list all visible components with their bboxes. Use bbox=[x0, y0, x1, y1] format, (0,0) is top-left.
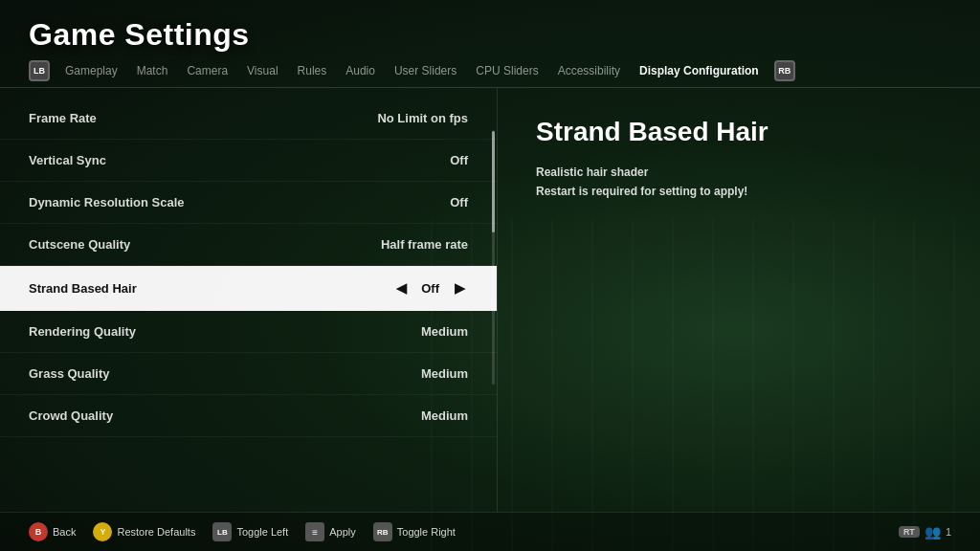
setting-frame-rate[interactable]: Frame Rate No Limit on fps bbox=[0, 98, 497, 140]
rt-box: RT bbox=[899, 526, 920, 538]
restore-defaults-label: Restore Defaults bbox=[117, 526, 195, 538]
setting-label-strand-based-hair: Strand Based Hair bbox=[29, 281, 137, 296]
main-content: Frame Rate No Limit on fps Vertical Sync… bbox=[0, 88, 980, 512]
setting-value-rendering-quality: Medium bbox=[421, 324, 468, 339]
footer-toggle-left[interactable]: LB Toggle Left bbox=[212, 522, 288, 541]
tab-rules[interactable]: Rules bbox=[288, 62, 337, 79]
settings-list: Frame Rate No Limit on fps Vertical Sync… bbox=[0, 88, 498, 512]
setting-grass-quality[interactable]: Grass Quality Medium bbox=[0, 353, 497, 395]
back-label: Back bbox=[53, 526, 76, 538]
setting-label-frame-rate: Frame Rate bbox=[29, 111, 97, 125]
tab-match[interactable]: Match bbox=[127, 62, 178, 79]
tab-camera[interactable]: Camera bbox=[177, 62, 237, 79]
setting-value-frame-rate: No Limit on fps bbox=[377, 111, 468, 125]
toggle-right-label: Toggle Right bbox=[397, 526, 456, 538]
setting-crowd-quality[interactable]: Crowd Quality Medium bbox=[0, 395, 497, 437]
setting-value-vertical-sync: Off bbox=[450, 153, 468, 167]
arrow-left-icon[interactable]: ◀ bbox=[392, 279, 410, 297]
b-button-icon: B bbox=[29, 522, 48, 541]
detail-desc-line1: Realistic hair shader bbox=[536, 163, 942, 182]
player-count: 1 bbox=[946, 526, 951, 538]
tab-gameplay[interactable]: Gameplay bbox=[56, 62, 127, 79]
detail-desc-line2: Restart is required for setting to apply… bbox=[536, 182, 942, 201]
setting-value-crowd-quality: Medium bbox=[421, 408, 468, 423]
setting-value-dynamic-resolution: Off bbox=[450, 195, 468, 209]
rt-indicator: RT 👥 1 bbox=[899, 524, 951, 540]
scroll-indicator bbox=[492, 130, 495, 385]
tab-cpu-sliders[interactable]: CPU Sliders bbox=[466, 62, 547, 79]
footer-toggle-right[interactable]: RB Toggle Right bbox=[373, 522, 456, 541]
setting-value-strand-based-hair: Off bbox=[421, 281, 439, 296]
header: Game Settings bbox=[0, 0, 980, 53]
setting-cutscene-quality[interactable]: Cutscene Quality Half frame rate bbox=[0, 224, 497, 266]
setting-value-cutscene-quality: Half frame rate bbox=[381, 237, 468, 252]
setting-dynamic-resolution[interactable]: Dynamic Resolution Scale Off bbox=[0, 182, 497, 224]
setting-label-crowd-quality: Crowd Quality bbox=[29, 408, 113, 423]
setting-vertical-sync[interactable]: Vertical Sync Off bbox=[0, 140, 497, 182]
footer-restore-defaults[interactable]: Y Restore Defaults bbox=[93, 522, 195, 541]
menu-button-icon: ≡ bbox=[305, 522, 324, 541]
apply-label: Apply bbox=[329, 526, 356, 538]
setting-label-rendering-quality: Rendering Quality bbox=[29, 324, 136, 339]
scroll-thumb bbox=[492, 131, 495, 232]
setting-rendering-quality[interactable]: Rendering Quality Medium bbox=[0, 311, 497, 353]
tab-accessibility[interactable]: Accessibility bbox=[548, 62, 630, 79]
arrow-right-icon[interactable]: ▶ bbox=[451, 279, 468, 297]
footer: B Back Y Restore Defaults LB Toggle Left… bbox=[0, 512, 980, 551]
arrow-control: ◀ Off ▶ bbox=[392, 279, 468, 297]
tab-user-sliders[interactable]: User Sliders bbox=[385, 62, 466, 79]
y-button-icon: Y bbox=[93, 522, 112, 541]
detail-description: Realistic hair shader Restart is require… bbox=[536, 163, 942, 202]
detail-panel: Strand Based Hair Realistic hair shader … bbox=[498, 88, 980, 512]
footer-player-info: RT 👥 1 bbox=[899, 524, 951, 540]
lb-controller-icon[interactable]: LB bbox=[29, 60, 50, 81]
toggle-left-label: Toggle Left bbox=[236, 526, 288, 538]
setting-strand-based-hair[interactable]: Strand Based Hair ◀ Off ▶ bbox=[0, 266, 497, 311]
rb-controller-icon[interactable]: RB bbox=[774, 60, 795, 81]
setting-label-cutscene-quality: Cutscene Quality bbox=[29, 237, 130, 252]
footer-apply[interactable]: ≡ Apply bbox=[305, 522, 356, 541]
tab-bar: LB Gameplay Match Camera Visual Rules Au… bbox=[0, 53, 980, 88]
footer-controls: B Back Y Restore Defaults LB Toggle Left… bbox=[29, 522, 456, 541]
footer-back[interactable]: B Back bbox=[29, 522, 76, 541]
rb-button-icon: RB bbox=[373, 522, 392, 541]
setting-label-dynamic-resolution: Dynamic Resolution Scale bbox=[29, 195, 185, 209]
setting-label-grass-quality: Grass Quality bbox=[29, 366, 110, 381]
setting-value-grass-quality: Medium bbox=[421, 366, 468, 381]
tab-visual[interactable]: Visual bbox=[237, 62, 287, 79]
detail-title: Strand Based Hair bbox=[536, 117, 942, 147]
tab-display-configuration[interactable]: Display Configuration bbox=[630, 62, 768, 79]
lb-button-icon: LB bbox=[212, 522, 232, 541]
page-title: Game Settings bbox=[29, 17, 951, 53]
tab-audio[interactable]: Audio bbox=[336, 62, 385, 79]
setting-label-vertical-sync: Vertical Sync bbox=[29, 153, 106, 167]
player-icon: 👥 bbox=[924, 524, 941, 540]
